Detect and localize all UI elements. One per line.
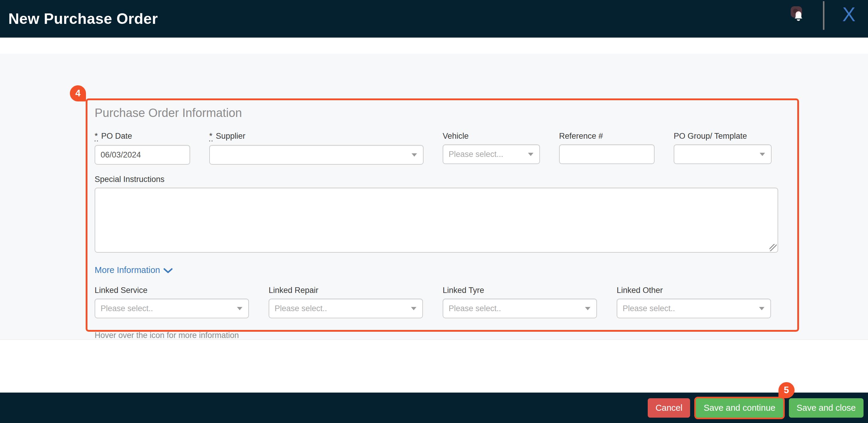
linked-repair-field: Linked Repair Please select.. [269, 286, 423, 318]
po-group-field: PO Group/ Template [674, 132, 772, 165]
required-asterisk: * [95, 132, 98, 141]
new-purchase-order-page: New Purchase Order X [0, 0, 868, 423]
vehicle-select[interactable]: Please select... [443, 144, 540, 164]
hint-text: Hover over the icon for more information [95, 331, 788, 340]
vehicle-label: Vehicle [443, 132, 540, 141]
save-and-continue-button[interactable]: Save and continue [696, 398, 783, 418]
footer-bar: Cancel 5 Save and continue Save and clos… [0, 393, 868, 423]
purchase-order-section: 4 Purchase Order Information * PO Date *… [86, 98, 799, 332]
caret-down-icon [237, 307, 242, 310]
reference-label: Reference # [559, 132, 655, 141]
step-badge-5: 5 [778, 382, 795, 398]
caret-down-icon [585, 307, 590, 310]
more-information-link[interactable]: More Information [95, 265, 173, 275]
linked-service-select[interactable]: Please select.. [95, 299, 249, 318]
field-row-1: * PO Date * Supplier Vehicle Please sele… [95, 132, 788, 165]
section-title: Purchase Order Information [95, 106, 788, 120]
linked-repair-select[interactable]: Please select.. [269, 299, 423, 318]
notification-button[interactable] [785, 3, 808, 32]
linked-other-label: Linked Other [617, 286, 771, 295]
supplier-select[interactable] [209, 145, 424, 165]
linked-other-select[interactable]: Please select.. [617, 299, 771, 318]
reference-field: Reference # [559, 132, 655, 165]
step-badge-4: 4 [70, 85, 86, 101]
linked-repair-label: Linked Repair [269, 286, 423, 295]
vehicle-field: Vehicle Please select... [443, 132, 540, 165]
supplier-field: * Supplier [209, 132, 424, 165]
header-divider [823, 1, 825, 30]
linked-other-field: Linked Other Please select.. [617, 286, 771, 318]
linked-service-label: Linked Service [95, 286, 249, 295]
reference-input[interactable] [559, 144, 655, 164]
supplier-label: * Supplier [209, 132, 424, 141]
chevron-down-icon [163, 268, 173, 273]
po-group-label: PO Group/ Template [674, 132, 772, 141]
page-title: New Purchase Order [8, 10, 158, 27]
special-instructions-input[interactable] [95, 188, 778, 253]
caret-down-icon [411, 307, 416, 310]
bell-icon [785, 3, 808, 32]
po-date-input[interactable] [95, 145, 190, 165]
save-and-close-button[interactable]: Save and close [789, 398, 864, 418]
cancel-button[interactable]: Cancel [648, 398, 690, 418]
form-panel: 4 Purchase Order Information * PO Date *… [0, 54, 868, 340]
required-asterisk: * [209, 132, 213, 141]
special-instructions-label: Special Instructions [95, 175, 778, 184]
special-instructions-wrap [95, 188, 778, 253]
po-date-label: * PO Date [95, 132, 190, 141]
caret-down-icon [412, 153, 417, 157]
special-instructions-field: Special Instructions [95, 175, 778, 253]
linked-service-field: Linked Service Please select.. [95, 286, 249, 318]
linked-tyre-label: Linked Tyre [443, 286, 597, 295]
caret-down-icon [759, 307, 765, 310]
caret-down-icon [528, 153, 533, 156]
header-actions: X [785, 0, 860, 38]
field-row-2: Linked Service Please select.. Linked Re… [95, 286, 788, 318]
linked-tyre-field: Linked Tyre Please select.. [443, 286, 597, 318]
po-date-field: * PO Date [95, 132, 190, 165]
linked-tyre-select[interactable]: Please select.. [443, 299, 597, 318]
resize-handle[interactable] [770, 244, 777, 251]
po-group-select[interactable] [674, 144, 772, 164]
caret-down-icon [760, 153, 765, 156]
save-continue-highlight: 5 Save and continue [694, 397, 784, 419]
header-bar: New Purchase Order X [0, 0, 868, 38]
close-button[interactable]: X [838, 0, 860, 29]
